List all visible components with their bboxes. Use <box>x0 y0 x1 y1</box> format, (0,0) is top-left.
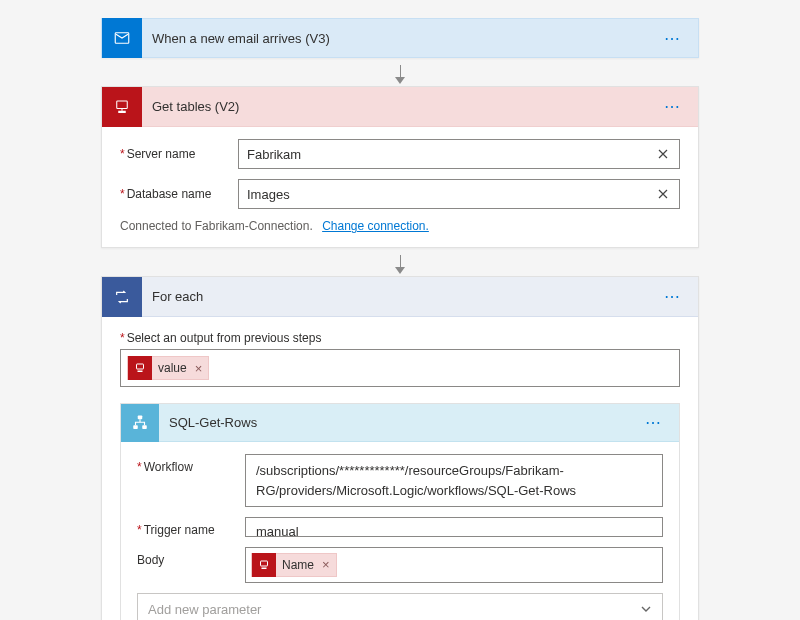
database-name-label: Database name <box>120 187 238 201</box>
sql-menu-button[interactable]: ⋯ <box>660 97 686 116</box>
trigger-card[interactable]: When a new email arrives (V3) ⋯ <box>101 18 699 58</box>
sql-header[interactable]: Get tables (V2) ⋯ <box>102 87 698 127</box>
svg-rect-1 <box>117 101 128 109</box>
remove-token-button[interactable]: × <box>322 555 330 575</box>
sql-icon <box>252 553 276 577</box>
add-parameter-dropdown[interactable]: Add new parameter <box>137 593 663 620</box>
subworkflow-menu-button[interactable]: ⋯ <box>641 413 667 432</box>
change-connection-link[interactable]: Change connection. <box>322 219 429 233</box>
subworkflow-title: SQL-Get-Rows <box>169 415 631 430</box>
clear-database-button[interactable] <box>655 186 671 202</box>
select-output-input[interactable]: value × <box>120 349 680 387</box>
remove-token-button[interactable]: × <box>195 361 203 376</box>
sql-icon <box>102 87 142 127</box>
trigger-title: When a new email arrives (V3) <box>152 31 650 46</box>
svg-rect-10 <box>262 568 267 570</box>
clear-server-button[interactable] <box>655 146 671 162</box>
server-name-input[interactable]: Fabrikam <box>238 139 680 169</box>
workflow-label: Workflow <box>137 454 245 474</box>
svg-rect-7 <box>133 425 138 429</box>
arrow-icon <box>400 58 401 86</box>
arrow-icon <box>400 248 401 276</box>
svg-rect-5 <box>138 371 143 373</box>
body-input[interactable]: Name × <box>245 547 663 583</box>
trigger-name-label: Trigger name <box>137 517 245 537</box>
subworkflow-header[interactable]: SQL-Get-Rows ⋯ <box>121 404 679 442</box>
database-name-input[interactable]: Images <box>238 179 680 209</box>
svg-rect-4 <box>137 364 144 369</box>
connection-status: Connected to Fabrikam-Connection. <box>120 219 313 233</box>
workflow-value: /subscriptions/*************/resourceGro… <box>256 463 576 498</box>
logicapp-icon <box>121 404 159 442</box>
foreach-header[interactable]: For each ⋯ <box>102 277 698 317</box>
foreach-menu-button[interactable]: ⋯ <box>660 287 686 306</box>
svg-rect-6 <box>138 415 143 419</box>
subworkflow-card: SQL-Get-Rows ⋯ Workflow /subscriptions/*… <box>120 403 680 620</box>
sql-title: Get tables (V2) <box>152 99 650 114</box>
sql-icon <box>128 356 152 380</box>
body-label: Body <box>137 547 245 567</box>
foreach-icon <box>102 277 142 317</box>
token-label: value <box>158 361 187 375</box>
trigger-menu-button[interactable]: ⋯ <box>660 29 686 48</box>
svg-rect-9 <box>261 561 268 566</box>
add-parameter-label: Add new parameter <box>148 602 261 617</box>
sql-card: Get tables (V2) ⋯ Server name Fabrikam D… <box>101 86 699 248</box>
workflow-input[interactable]: /subscriptions/*************/resourceGro… <box>245 454 663 507</box>
server-name-value: Fabrikam <box>247 147 655 162</box>
select-output-label: Select an output from previous steps <box>120 331 680 345</box>
foreach-title: For each <box>152 289 650 304</box>
svg-rect-8 <box>142 425 147 429</box>
svg-rect-2 <box>118 110 126 112</box>
database-name-value: Images <box>247 187 655 202</box>
token-label: Name <box>282 556 314 574</box>
foreach-card: For each ⋯ Select an output from previou… <box>101 276 699 620</box>
trigger-name-value: manual <box>256 524 299 539</box>
trigger-name-input[interactable]: manual <box>245 517 663 537</box>
value-token[interactable]: value × <box>127 356 209 380</box>
server-name-label: Server name <box>120 147 238 161</box>
outlook-icon <box>102 18 142 58</box>
chevron-down-icon <box>640 603 652 615</box>
name-token[interactable]: Name × <box>251 553 337 577</box>
